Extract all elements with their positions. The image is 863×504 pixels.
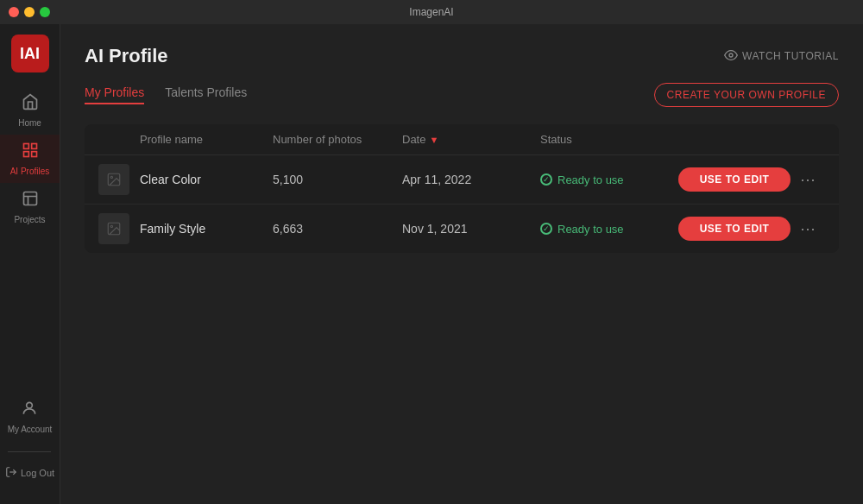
col-name: Profile name: [140, 133, 273, 146]
date-2: Nov 1, 2021: [402, 222, 540, 236]
ai-profiles-icon: [22, 142, 39, 163]
more-options-1[interactable]: ⋯: [791, 170, 825, 189]
app-logo: IAI: [11, 35, 49, 72]
use-to-edit-button-1[interactable]: USE TO EDIT: [678, 167, 791, 192]
watch-tutorial-label: WATCH TUTORIAL: [742, 50, 839, 62]
sidebar-item-projects-label: Projects: [14, 215, 45, 224]
svg-point-11: [110, 225, 112, 227]
sidebar-item-ai-profiles-label: AI Profiles: [10, 167, 50, 176]
sidebar-item-account[interactable]: My Account: [2, 393, 58, 441]
status-dot-1: ✓: [540, 173, 552, 186]
status-dot-2: ✓: [540, 223, 552, 235]
logout-button[interactable]: Log Out: [2, 463, 58, 483]
sidebar-bottom: My Account Log Out: [2, 393, 58, 494]
sidebar-divider: [8, 451, 51, 452]
watch-tutorial-link[interactable]: WATCH TUTORIAL: [724, 48, 839, 65]
table-header: Profile name Number of photos Date ▼ Sta…: [85, 124, 839, 155]
col-date[interactable]: Date ▼: [402, 133, 540, 146]
profile-thumb-1: [98, 164, 129, 195]
svg-rect-3: [31, 152, 36, 157]
svg-point-9: [110, 176, 112, 178]
profile-name-1: Clear Color: [140, 173, 273, 186]
photo-count-2: 6,663: [273, 222, 402, 236]
title-bar: ImagenAI: [0, 0, 863, 24]
home-icon: [22, 93, 39, 115]
sidebar-item-home[interactable]: Home: [0, 86, 60, 135]
tab-talents-profiles[interactable]: Talents Profiles: [165, 85, 247, 104]
main-content: AI Profile WATCH TUTORIAL My Profiles Ta…: [60, 24, 863, 504]
more-options-2[interactable]: ⋯: [791, 219, 825, 238]
logout-icon: [5, 466, 17, 480]
table-row: Family Style 6,663 Nov 1, 2021 ✓ Ready t…: [85, 205, 839, 253]
profiles-table: Profile name Number of photos Date ▼ Sta…: [85, 124, 839, 253]
sort-arrow-icon: ▼: [429, 135, 438, 145]
window-controls: [9, 7, 50, 17]
table-row: Clear Color 5,100 Apr 11, 2022 ✓ Ready t…: [85, 155, 839, 205]
tabs-row: My Profiles Talents Profiles CREATE YOUR…: [85, 83, 839, 107]
sidebar-item-account-label: My Account: [8, 425, 53, 434]
minimize-button[interactable]: [24, 7, 35, 17]
account-icon: [21, 400, 38, 421]
status-1: ✓ Ready to use: [540, 173, 678, 186]
maximize-button[interactable]: [40, 7, 50, 17]
svg-rect-1: [31, 144, 36, 149]
use-to-edit-button-2[interactable]: USE TO EDIT: [678, 217, 791, 241]
col-action: [678, 133, 791, 146]
sidebar-item-projects[interactable]: Projects: [0, 183, 60, 231]
sidebar: IAI Home AI Profiles: [0, 24, 60, 504]
tab-my-profiles[interactable]: My Profiles: [85, 85, 144, 104]
col-more: [791, 133, 825, 146]
logout-label: Log Out: [21, 468, 54, 478]
profile-name-2: Family Style: [140, 222, 273, 236]
profile-thumb-2: [98, 213, 129, 244]
col-thumb: [98, 133, 140, 146]
svg-rect-0: [23, 144, 28, 149]
sidebar-item-home-label: Home: [18, 118, 41, 128]
projects-icon: [22, 190, 39, 211]
photo-count-1: 5,100: [273, 173, 402, 186]
svg-rect-4: [23, 192, 36, 205]
col-photos: Number of photos: [273, 133, 402, 146]
svg-point-5: [27, 402, 33, 408]
date-1: Apr 11, 2022: [402, 173, 540, 186]
header-row: AI Profile WATCH TUTORIAL: [85, 45, 839, 67]
tabs: My Profiles Talents Profiles: [85, 85, 247, 104]
svg-rect-2: [23, 152, 28, 157]
status-2: ✓ Ready to use: [540, 223, 678, 236]
eye-icon: [724, 48, 738, 65]
create-profile-button[interactable]: CREATE YOUR OWN PROFILE: [654, 83, 839, 107]
sidebar-item-ai-profiles[interactable]: AI Profiles: [0, 135, 60, 183]
app-title: ImagenAI: [409, 6, 453, 18]
page-title: AI Profile: [85, 45, 168, 67]
close-button[interactable]: [9, 7, 19, 17]
svg-point-7: [729, 54, 733, 57]
col-status: Status: [540, 133, 678, 146]
